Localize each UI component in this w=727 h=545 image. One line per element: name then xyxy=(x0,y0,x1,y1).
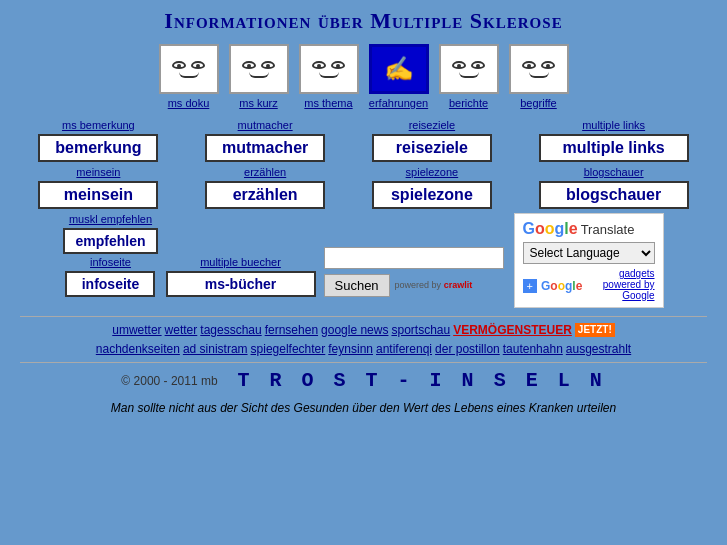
link-ad-sinistram[interactable]: ad sinistram xyxy=(183,342,248,356)
nav-meinsein-small-label[interactable]: meinsein xyxy=(76,166,120,178)
footer-quote: Man sollte nicht aus der Sicht des Gesun… xyxy=(10,401,717,415)
links-row-2: nachdenkseiten ad sinistram spiegelfecht… xyxy=(10,342,717,356)
nav-blogschauer-btn[interactable]: blogschauer xyxy=(539,181,689,209)
page-wrapper: Informationen über Multiple Sklerose ms … xyxy=(0,0,727,423)
erfahrungen-label[interactable]: erfahrungen xyxy=(369,97,428,109)
footer-area: © 2000 - 2011 mb T R O S T - I N S E L N… xyxy=(10,369,717,415)
ms-doku-label[interactable]: ms doku xyxy=(168,97,210,109)
nav-mutmacher-group: mutmacher mutmacher xyxy=(205,119,325,162)
link-tagesschau[interactable]: tagesschau xyxy=(200,323,261,337)
google-translate-box: Google Translate Select Language + Googl… xyxy=(514,213,664,308)
left-controls: muskl empfehlen empfehlen infoseite info… xyxy=(63,213,503,297)
ms-thema-label[interactable]: ms thema xyxy=(304,97,352,109)
link-wetter[interactable]: wetter xyxy=(165,323,198,337)
ms-buecher-small-label: multiple buecher xyxy=(200,256,281,268)
badge-jetzt[interactable]: JETZT! xyxy=(575,323,615,337)
empfehlen-button[interactable]: empfehlen xyxy=(63,228,157,254)
nav-spielezone-small-label[interactable]: spielezone xyxy=(406,166,459,178)
ms-buecher-group: multiple buecher ms-bücher xyxy=(166,256,316,297)
infoseite-small-label: infoseite xyxy=(90,256,131,268)
link-google-news[interactable]: google news xyxy=(321,323,388,337)
begriffe-label[interactable]: begriffe xyxy=(520,97,557,109)
gadgets-link[interactable]: gadgets powered by Google xyxy=(582,268,654,301)
begriffe-icon xyxy=(509,44,569,94)
nav-meinsein-btn[interactable]: meinsein xyxy=(38,181,158,209)
sidebar-item-ms-doku[interactable]: ms doku xyxy=(159,44,219,109)
nav-reiseziele-btn[interactable]: reiseziele xyxy=(372,134,492,162)
translate-label: Translate xyxy=(581,222,635,237)
link-tautenhahn[interactable]: tautenhahn xyxy=(503,342,563,356)
ms-buecher-button[interactable]: ms-bücher xyxy=(166,271,316,297)
empfehlen-small-label: muskl empfehlen xyxy=(69,213,152,225)
icon-row: ms doku ms kurz xyxy=(10,44,717,109)
sidebar-item-ms-thema[interactable]: ms thema xyxy=(299,44,359,109)
search-button[interactable]: Suchen xyxy=(324,274,390,297)
page-title: Informationen über Multiple Sklerose xyxy=(10,8,717,34)
nav-bemerkung-small-label[interactable]: ms bemerkung xyxy=(62,119,135,131)
ms-kurz-label[interactable]: ms kurz xyxy=(239,97,278,109)
ms-kurz-icon xyxy=(229,44,289,94)
link-nachdenkseiten[interactable]: nachdenkseiten xyxy=(96,342,180,356)
nav-spielezone-group: spielezone spielezone xyxy=(372,166,492,209)
nav-bemerkung-btn[interactable]: bemerkung xyxy=(38,134,158,162)
link-sportschau[interactable]: sportschau xyxy=(391,323,450,337)
sidebar-item-begriffe[interactable]: begriffe xyxy=(509,44,569,109)
ms-thema-icon xyxy=(299,44,359,94)
nav-erzaehlen-small-label[interactable]: erzählen xyxy=(244,166,286,178)
nav-meinsein-group: meinsein meinsein xyxy=(38,166,158,209)
nav-mutmacher-small-label[interactable]: mutmacher xyxy=(238,119,293,131)
nav-erzaehlen-btn[interactable]: erzählen xyxy=(205,181,325,209)
search-input[interactable] xyxy=(324,247,504,269)
google-logo: Google Translate xyxy=(523,220,655,238)
select-language-dropdown[interactable]: Select Language xyxy=(523,242,655,264)
sidebar-item-ms-kurz[interactable]: ms kurz xyxy=(229,44,289,109)
search-group: Suchen powered by crawlit xyxy=(324,247,504,297)
link-antiferenqi[interactable]: antiferenqi xyxy=(376,342,432,356)
plus-google-button[interactable]: + xyxy=(523,279,537,293)
link-spiegelfechter[interactable]: spiegelfechter xyxy=(251,342,326,356)
powered-by-label: powered by crawlit xyxy=(395,280,473,290)
divider-2 xyxy=(20,362,707,363)
empfehlen-group: muskl empfehlen empfehlen infoseite info… xyxy=(63,213,157,297)
link-umwetter[interactable]: umwetter xyxy=(112,323,161,337)
copyright-label: © 2000 - 2011 mb xyxy=(121,374,217,388)
sidebar-item-berichte[interactable]: berichte xyxy=(439,44,499,109)
links-row-1: umwetter wetter tagesschau fernsehen goo… xyxy=(10,323,717,337)
link-vermoegensteuer[interactable]: VERMÖGENSTEUER xyxy=(453,323,572,337)
nav-multiple-links-group: multiple links multiple links xyxy=(539,119,689,162)
nav-reiseziele-group: reiseziele reiseziele xyxy=(372,119,492,162)
nav-mutmacher-btn[interactable]: mutmacher xyxy=(205,134,325,162)
nav-row-1: ms bemerkung bemerkung mutmacher mutmach… xyxy=(10,119,717,162)
nav-spielezone-btn[interactable]: spielezone xyxy=(372,181,492,209)
berichte-label[interactable]: berichte xyxy=(449,97,488,109)
link-der-postillon[interactable]: der postillon xyxy=(435,342,500,356)
nav-multiple-links-btn[interactable]: multiple links xyxy=(539,134,689,162)
erfahrungen-icon: ✍ xyxy=(369,44,429,94)
search-translate-row: muskl empfehlen empfehlen infoseite info… xyxy=(10,213,717,308)
berichte-icon xyxy=(439,44,499,94)
infoseite-button[interactable]: infoseite xyxy=(65,271,155,297)
nav-multiple-links-small-label[interactable]: multiple links xyxy=(582,119,645,131)
link-ausgestrahlt[interactable]: ausgestrahlt xyxy=(566,342,631,356)
nav-blogschauer-group: blogschauer blogschauer xyxy=(539,166,689,209)
nav-erzaehlen-group: erzählen erzählen xyxy=(205,166,325,209)
nav-row-2: meinsein meinsein erzählen erzählen spie… xyxy=(10,166,717,209)
divider-1 xyxy=(20,316,707,317)
sidebar-item-erfahrungen[interactable]: ✍ erfahrungen xyxy=(369,44,429,109)
trost-inseln-label: T R O S T - I N S E L N xyxy=(238,369,606,392)
nav-blogschauer-small-label[interactable]: blogschauer xyxy=(584,166,644,178)
ms-doku-icon xyxy=(159,44,219,94)
nav-reiseziele-small-label[interactable]: reiseziele xyxy=(409,119,455,131)
link-feynsinn[interactable]: feynsinn xyxy=(328,342,373,356)
nav-bemerkung-group: ms bemerkung bemerkung xyxy=(38,119,158,162)
google-label: Google xyxy=(541,279,582,293)
link-fernsehen[interactable]: fernsehen xyxy=(265,323,318,337)
plus-google-area: + Google xyxy=(523,279,583,293)
